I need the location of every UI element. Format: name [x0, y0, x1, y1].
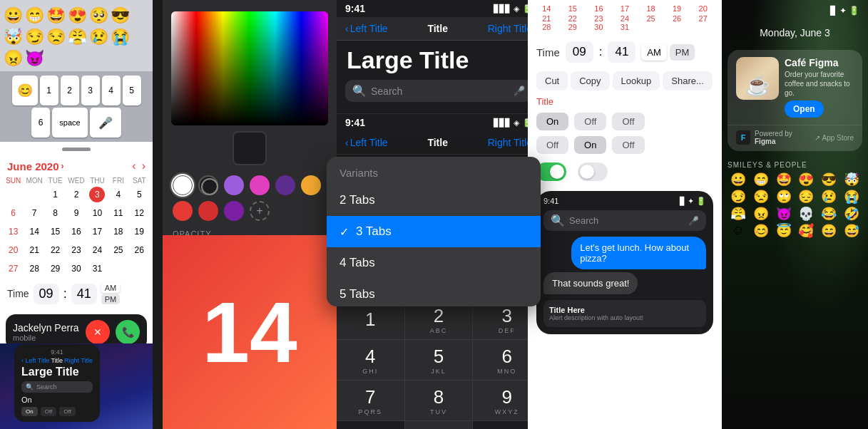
time-hours[interactable]: 09: [34, 284, 59, 304]
calendar-day[interactable]: 27: [3, 260, 24, 277]
toggle-off-1[interactable]: Off: [574, 113, 606, 130]
dropdown-item-3tabs[interactable]: ✓ 3 Tabs: [327, 216, 541, 247]
lookup-button[interactable]: Lookup: [613, 71, 660, 91]
key-5[interactable]: 5: [123, 76, 141, 105]
calendar-day[interactable]: 19: [129, 223, 150, 240]
swatch-white[interactable]: [173, 175, 193, 195]
emoji-item[interactable]: 😇: [773, 223, 795, 239]
emoji-item[interactable]: 😀: [727, 172, 749, 187]
calendar-day[interactable]: 20: [3, 242, 24, 259]
dropdown-item-4tabs[interactable]: 4 Tabs: [327, 247, 541, 279]
emoji-cell[interactable]: 😍: [67, 6, 87, 26]
calendar-day[interactable]: 24: [87, 242, 108, 259]
add-swatch-button[interactable]: +: [250, 201, 270, 221]
key-star[interactable]: *: [337, 421, 404, 429]
emoji-item[interactable]: 😠: [750, 206, 772, 222]
nav-right-button[interactable]: Right Title: [488, 23, 532, 34]
copy-button[interactable]: Copy: [571, 71, 609, 91]
emoji-item[interactable]: 🤩: [773, 172, 795, 187]
emoji-item[interactable]: 💀: [796, 206, 817, 222]
emoji-cell[interactable]: 😎: [110, 6, 130, 26]
color-gradient[interactable]: [171, 11, 328, 125]
toggle-off-4[interactable]: Off: [612, 136, 644, 154]
toggle-off-2[interactable]: Off: [612, 113, 644, 130]
emoji-item[interactable]: 😂: [818, 206, 839, 222]
time-minutes[interactable]: 41: [71, 284, 97, 304]
calendar-day[interactable]: 23: [66, 242, 86, 259]
emoji-item[interactable]: 🤯: [841, 172, 862, 187]
key-6[interactable]: 6: [31, 108, 50, 138]
emoji-item[interactable]: 😏: [727, 189, 749, 205]
back-button-2[interactable]: ‹ Left Title: [345, 137, 388, 148]
calendar-day[interactable]: 31: [87, 260, 108, 277]
pm-button-controls[interactable]: PM: [670, 44, 695, 61]
dropdown-item-2tabs[interactable]: 2 Tabs: [327, 185, 541, 216]
swatch-orange[interactable]: [301, 175, 321, 195]
emoji-item[interactable]: 😭: [841, 189, 862, 205]
prev-month-button[interactable]: ‹: [132, 160, 136, 172]
back-button[interactable]: ‹ Left Title: [345, 23, 388, 34]
emoji-cell[interactable]: 😭: [110, 27, 130, 47]
time-hours-controls[interactable]: 09: [566, 41, 593, 63]
emoji-cell[interactable]: 😤: [67, 27, 87, 47]
emoji-cell[interactable]: 😒: [46, 27, 66, 47]
app-store-link[interactable]: ↗ App Store: [815, 134, 854, 142]
calendar-day[interactable]: 13: [3, 223, 24, 240]
calendar-day[interactable]: 18: [108, 223, 128, 240]
emoji-cell[interactable]: 🤩: [46, 6, 66, 26]
swatch-dark-purple[interactable]: [275, 175, 295, 195]
time-minutes-controls[interactable]: 41: [608, 41, 635, 63]
next-month-button[interactable]: ›: [142, 160, 145, 172]
swatch-purple[interactable]: [224, 175, 244, 195]
calendar-day[interactable]: 15: [45, 223, 66, 240]
emoji-cell[interactable]: 😏: [24, 27, 44, 47]
emoji-item[interactable]: 😈: [773, 206, 795, 222]
swatch-dark-red[interactable]: [198, 201, 218, 221]
emoji-item[interactable]: 🙄: [773, 189, 795, 205]
calendar-day-today[interactable]: 3: [89, 187, 105, 202]
calendar-day[interactable]: 11: [108, 205, 128, 222]
calendar-day[interactable]: 5: [129, 186, 150, 203]
swatch-violet[interactable]: [224, 201, 244, 221]
swatch-pink[interactable]: [250, 175, 270, 195]
key-4[interactable]: 4: [102, 76, 121, 105]
emoji-item[interactable]: 🥰: [796, 223, 817, 239]
am-button-controls[interactable]: AM: [641, 44, 667, 61]
key-5[interactable]: 5 JKL: [405, 340, 473, 380]
emoji-key[interactable]: 😊: [12, 76, 38, 105]
key-0[interactable]: 0: [405, 421, 473, 429]
emoji-cell[interactable]: 😠: [3, 48, 23, 68]
calendar-day[interactable]: 21: [24, 242, 44, 259]
calendar-day[interactable]: 22: [45, 242, 66, 259]
decline-call-button[interactable]: ✕: [86, 320, 110, 344]
nav-right-button-2[interactable]: Right Title: [488, 137, 532, 148]
toggle-switch-off[interactable]: [578, 162, 608, 181]
open-button[interactable]: Open: [785, 100, 824, 118]
emoji-item[interactable]: 😒: [750, 189, 772, 205]
pm-button[interactable]: PM: [101, 294, 121, 304]
calendar-day[interactable]: 30: [66, 260, 86, 277]
am-button[interactable]: AM: [101, 283, 121, 293]
calendar-day[interactable]: 7: [24, 205, 44, 222]
toggle-on-1[interactable]: On: [536, 113, 568, 130]
emoji-item[interactable]: 😤: [727, 206, 749, 222]
share-button[interactable]: Share...: [663, 71, 713, 91]
calendar-day[interactable]: 25: [108, 242, 128, 259]
emoji-item[interactable]: 😍: [796, 172, 817, 187]
cut-button[interactable]: Cut: [536, 71, 568, 91]
emoji-item[interactable]: 😅: [841, 223, 862, 239]
swatch-circle-outline[interactable]: [198, 175, 218, 195]
emoji-item[interactable]: 😔: [796, 189, 817, 205]
key-1[interactable]: 1: [40, 76, 58, 105]
calendar-day[interactable]: 4: [108, 186, 128, 203]
calendar-day[interactable]: 1: [45, 186, 66, 203]
calendar-day[interactable]: 2: [66, 186, 86, 203]
accept-call-button[interactable]: 📞: [116, 320, 140, 344]
emoji-cell[interactable]: 🥺: [88, 6, 108, 26]
emoji-cell[interactable]: 😀: [3, 6, 23, 26]
emoji-item[interactable]: 😁: [750, 172, 772, 187]
key-4[interactable]: 4 GHI: [337, 340, 404, 380]
calendar-day[interactable]: 10: [87, 205, 108, 222]
calendar-day[interactable]: 9: [66, 205, 86, 222]
emoji-item[interactable]: 🤣: [841, 206, 862, 222]
